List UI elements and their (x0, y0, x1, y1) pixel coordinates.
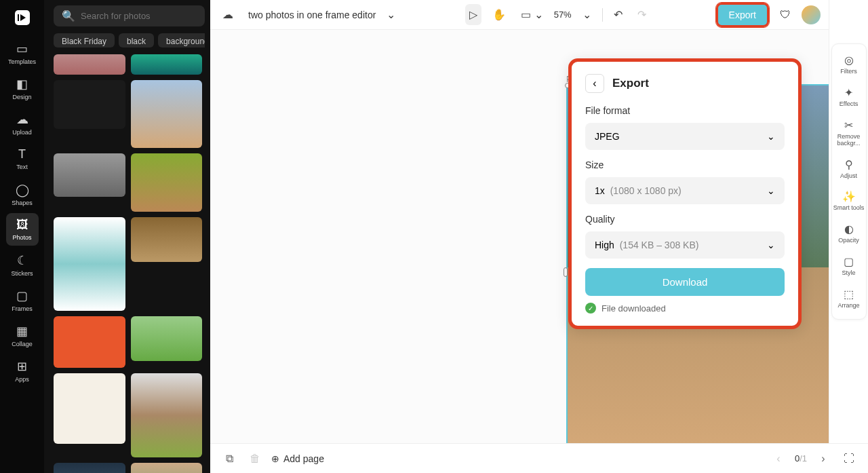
quality-label: Quality (585, 214, 785, 225)
upload-icon: ☁ (16, 112, 28, 127)
redo-button[interactable]: ↷ (633, 4, 650, 25)
shield-icon[interactable]: 🛡 (776, 5, 795, 25)
nav-text[interactable]: TText (6, 143, 39, 175)
shapes-icon: ◯ (16, 183, 29, 197)
photo-thumb[interactable] (131, 153, 203, 212)
nav-photos[interactable]: 🖼Photos (6, 213, 39, 246)
photo-thumb[interactable] (54, 54, 125, 75)
search-box[interactable]: 🔍 (54, 5, 205, 26)
photo-thumb[interactable] (131, 316, 203, 361)
file-format-label: File format (585, 105, 785, 116)
resize-tool[interactable]: ▭ ⌄ (517, 4, 547, 25)
file-format-select[interactable]: JPEG ⌄ (585, 123, 785, 150)
app-logo[interactable] (6, 5, 39, 30)
next-page-button[interactable]: › (814, 449, 833, 468)
rs-filters[interactable]: ◎Filters (832, 48, 866, 81)
rs-remove-bg[interactable]: ✂Remove backgr... (832, 113, 866, 153)
opacity-icon: ◐ (844, 223, 854, 235)
check-icon: ✓ (585, 303, 596, 314)
photo-thumb[interactable] (131, 80, 203, 148)
search-input[interactable] (81, 11, 197, 21)
photo-thumb[interactable] (54, 217, 125, 311)
add-page-button[interactable]: ⊕ Add page (271, 453, 324, 464)
photos-icon: 🖼 (16, 218, 28, 232)
text-icon: T (18, 147, 26, 162)
nav-apps[interactable]: ⊞Apps (6, 354, 39, 387)
document-title[interactable]: two photos in one frame editor (248, 10, 376, 20)
download-button[interactable]: Download (585, 268, 785, 296)
collage-icon: ▦ (16, 324, 28, 339)
frames-icon: ▢ (16, 288, 28, 303)
photo-thumb[interactable] (131, 54, 203, 75)
tag-background[interactable]: background (158, 33, 205, 48)
fullscreen-button[interactable]: ⛶ (840, 449, 859, 468)
nav-collage[interactable]: ▦Collage (6, 319, 39, 352)
filters-icon: ◎ (844, 54, 854, 67)
nav-design[interactable]: ◧Design (6, 72, 39, 105)
play-button[interactable]: ▷ (465, 4, 481, 25)
tag-black[interactable]: black (119, 33, 154, 48)
cloud-sync-icon[interactable]: ☁ (218, 4, 237, 25)
export-button[interactable]: Export (716, 3, 769, 27)
photo-thumb[interactable] (54, 80, 125, 129)
photo-thumb[interactable] (131, 463, 203, 473)
rs-style[interactable]: ▢Style (832, 250, 866, 282)
export-panel: ‹ Export File format JPEG ⌄ Size 1x (108… (568, 58, 802, 329)
zoom-chevron-icon[interactable]: ⌄ (578, 4, 595, 25)
prev-page-button: ‹ (769, 449, 788, 468)
zoom-level[interactable]: 57% (554, 10, 572, 20)
size-select[interactable]: 1x (1080 x 1080 px) ⌄ (585, 177, 785, 204)
arrange-icon: ⬚ (844, 288, 854, 301)
rs-adjust[interactable]: ⚲Adjust (832, 153, 866, 185)
pages-icon[interactable]: ⧉ (220, 449, 239, 468)
quality-select[interactable]: High (154 KB – 308 KB) ⌄ (585, 231, 785, 259)
templates-icon: ▭ (16, 41, 28, 56)
page-indicator: 0/1 (795, 453, 807, 463)
search-icon: 🔍 (62, 10, 75, 22)
size-label: Size (585, 159, 785, 170)
nav-frames[interactable]: ▢Frames (6, 284, 39, 316)
rs-effects[interactable]: ✦Effects (832, 81, 866, 113)
style-icon: ▢ (844, 255, 854, 268)
rs-smart-tools[interactable]: ✨Smart tools (832, 185, 866, 217)
nav-upload[interactable]: ☁Upload (6, 107, 39, 140)
delete-page-button: 🗑 (245, 449, 264, 468)
photo-thumb[interactable] (54, 316, 125, 368)
chevron-down-icon: ⌄ (767, 131, 775, 142)
photo-thumb[interactable] (54, 373, 125, 444)
nav-shapes[interactable]: ◯Shapes (6, 178, 39, 210)
adjust-icon: ⚲ (845, 158, 853, 171)
smart-tools-icon: ✨ (842, 190, 856, 203)
download-status: File downloaded (601, 303, 666, 314)
chevron-down-icon: ⌄ (767, 240, 775, 250)
photo-thumb[interactable] (54, 153, 125, 197)
nav-stickers[interactable]: ☾Stickers (6, 248, 39, 281)
resize-handle[interactable] (564, 267, 568, 277)
design-icon: ◧ (16, 77, 28, 92)
rs-arrange[interactable]: ⬚Arrange (832, 282, 866, 315)
tag-black-friday[interactable]: Black Friday (54, 33, 115, 48)
photo-thumb[interactable] (131, 217, 203, 262)
doc-chevron-icon[interactable]: ⌄ (382, 4, 399, 25)
export-back-button[interactable]: ‹ (585, 74, 604, 93)
photo-thumb[interactable] (54, 463, 125, 473)
stickers-icon: ☾ (17, 253, 28, 268)
add-page-icon: ⊕ (271, 453, 279, 464)
apps-icon: ⊞ (17, 359, 27, 374)
hand-tool[interactable]: ✋ (488, 4, 510, 25)
undo-button[interactable]: ↶ (610, 4, 627, 25)
chevron-down-icon: ⌄ (767, 185, 775, 196)
divider (602, 8, 603, 22)
effects-icon: ✦ (844, 86, 853, 99)
export-title: Export (612, 77, 649, 90)
nav-templates[interactable]: ▭Templates (6, 37, 39, 69)
rs-opacity[interactable]: ◐Opacity (832, 217, 866, 250)
remove-bg-icon: ✂ (844, 119, 853, 132)
user-avatar[interactable] (802, 5, 821, 24)
photo-thumb[interactable] (131, 373, 203, 457)
